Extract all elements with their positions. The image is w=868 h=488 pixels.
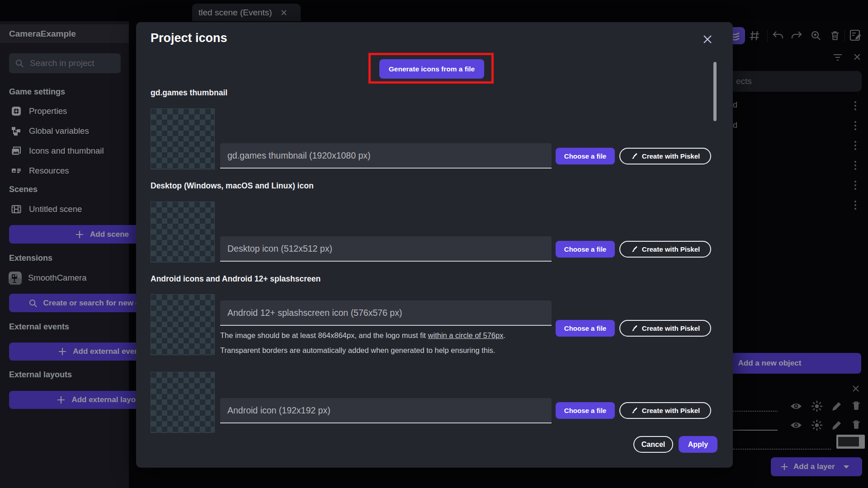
- choose-file-button[interactable]: Choose a file: [556, 241, 615, 258]
- piskel-label: Create with Piskel: [642, 152, 700, 160]
- apply-label: Apply: [688, 441, 708, 449]
- choose-file-label: Choose a file: [564, 152, 606, 160]
- project-icons-dialog: Project icons Generate icons from a file…: [136, 22, 733, 468]
- android-splash-note-line2: Transparent borders are automatically ad…: [220, 346, 495, 355]
- cancel-button[interactable]: Cancel: [633, 436, 673, 453]
- note-text: .: [503, 331, 505, 339]
- thumbnail-preview-checker: [151, 108, 215, 169]
- section-header-android: Android icons and Android 12+ splashscre…: [151, 274, 321, 284]
- piskel-label: Create with Piskel: [642, 324, 700, 332]
- note-link[interactable]: within a circle of 576px: [428, 331, 504, 339]
- choose-file-label: Choose a file: [564, 324, 606, 332]
- android-splash-field: [220, 300, 552, 326]
- choose-file-button[interactable]: Choose a file: [556, 320, 615, 337]
- create-with-piskel-button[interactable]: Create with Piskel: [619, 402, 711, 419]
- section-header-thumbnail: gd.games thumbnail: [151, 88, 227, 98]
- apply-button[interactable]: Apply: [679, 436, 717, 453]
- note-text: The image should be at least 864x864px, …: [220, 331, 428, 339]
- brush-icon: [631, 153, 638, 160]
- choose-file-button[interactable]: Choose a file: [556, 148, 615, 164]
- desktop-field: [220, 236, 552, 262]
- android-splash-input[interactable]: [227, 308, 544, 318]
- create-with-piskel-button[interactable]: Create with Piskel: [619, 241, 711, 258]
- android-icon-input[interactable]: [227, 405, 544, 416]
- create-with-piskel-button[interactable]: Create with Piskel: [619, 148, 711, 164]
- android-icon-field: [220, 398, 552, 423]
- dialog-scrollbar[interactable]: [713, 62, 717, 121]
- brush-icon: [631, 246, 638, 253]
- choose-file-button[interactable]: Choose a file: [556, 402, 615, 419]
- section-header-desktop: Desktop (Windows, macOS and Linux) icon: [151, 181, 314, 191]
- brush-icon: [631, 407, 638, 414]
- app-screen: tled scene (Events) CameraExample Game s…: [0, 0, 868, 488]
- piskel-label: Create with Piskel: [642, 245, 700, 253]
- thumbnail-input[interactable]: [227, 150, 544, 161]
- android-icon-preview-checker: [151, 372, 215, 433]
- choose-file-label: Choose a file: [564, 245, 606, 253]
- choose-file-label: Choose a file: [564, 407, 606, 414]
- android-splash-preview-checker: [151, 294, 215, 355]
- piskel-label: Create with Piskel: [642, 407, 700, 414]
- cancel-label: Cancel: [642, 441, 665, 449]
- generate-icons-label: Generate icons from a file: [389, 65, 475, 73]
- thumbnail-field: [220, 143, 552, 169]
- desktop-preview-checker: [151, 202, 215, 263]
- create-with-piskel-button[interactable]: Create with Piskel: [619, 320, 711, 337]
- dialog-title: Project icons: [151, 31, 227, 45]
- desktop-input[interactable]: [227, 244, 544, 254]
- generate-icons-button[interactable]: Generate icons from a file: [379, 59, 484, 79]
- android-splash-note-line1: The image should be at least 864x864px, …: [220, 331, 505, 340]
- brush-icon: [631, 325, 638, 332]
- dialog-close-icon[interactable]: [702, 34, 713, 45]
